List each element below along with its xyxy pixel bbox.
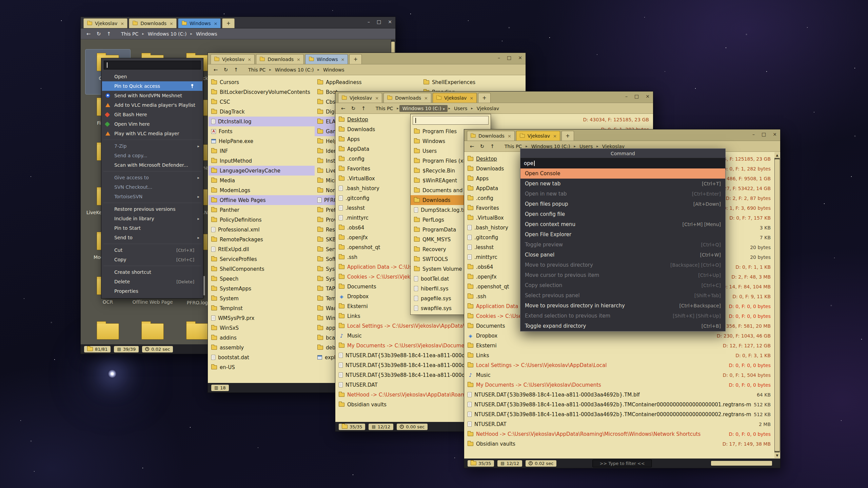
nav-refresh-button[interactable]: ↻ — [94, 30, 103, 38]
scroll-up-button[interactable]: ▲ — [774, 152, 780, 158]
nav-back-button[interactable]: ← — [84, 30, 93, 38]
dropdown-filter-input[interactable] — [413, 116, 489, 125]
menu-item-7-zip[interactable]: 7-Zip▸ — [102, 141, 202, 151]
palette-item-close-panel[interactable]: Close panel[Ctrl+W] — [520, 250, 725, 260]
file-row-local-settings-c-users-vjekoslav-appdata[interactable]: Local Settings -> C:\Users\Vjekoslav\App… — [464, 360, 780, 370]
tab-downloads[interactable]: Downloads× — [383, 93, 431, 103]
file-row-shellcomponents[interactable]: ShellComponents — [209, 264, 315, 274]
palette-item-open-file-explorer[interactable]: Open File Explorer — [520, 229, 725, 240]
grid-item-prefetch[interactable]: Prefetch — [130, 318, 175, 344]
menu-item-copy[interactable]: Copy[Ctrl+C] — [102, 255, 202, 264]
breadcrumb-this-pc[interactable]: This PC — [245, 66, 269, 73]
file-row-ntuser-dat[interactable]: NTUSER.DAT2 MB — [464, 419, 780, 429]
tab-vjekoslav[interactable]: Vjekoslav× — [211, 54, 255, 64]
nav-refresh-button[interactable]: ↻ — [478, 142, 487, 150]
file-row-music[interactable]: ♪MusicD: 0, F: 1, 504 bytes — [464, 370, 780, 380]
file-row-remotepackages[interactable]: RemotePackages — [209, 235, 315, 244]
menu-item-include-in-library[interactable]: Include in library▸ — [102, 214, 202, 223]
tab-windows[interactable]: Windows× — [178, 18, 221, 28]
file-row-modemlogs[interactable]: ModemLogs — [209, 185, 315, 195]
scrollbar[interactable]: ▲ ▼ — [774, 152, 780, 458]
tab-windows[interactable]: Windows× — [305, 54, 348, 64]
breadcrumb-windows[interactable]: Windows — [193, 30, 220, 37]
nav-back-button[interactable]: ← — [339, 104, 348, 113]
nav-up-button[interactable]: ↑ — [488, 142, 497, 150]
file-row-dtcinstall-log[interactable]: DtcInstall.log — [209, 117, 315, 126]
menu-item-delete[interactable]: Delete[Delete] — [102, 277, 202, 286]
palette-item-open-context-menu[interactable]: Open context menu[Ctrl+M] [Menu] — [520, 219, 725, 229]
window-minimize-button[interactable]: – — [752, 131, 755, 137]
file-row-serviceprofiles[interactable]: ServiceProfiles — [209, 254, 315, 264]
file-row-languageoverlaycache[interactable]: LanguageOverlayCache — [209, 166, 315, 176]
file-row-offline-web-pages[interactable]: Offline Web Pages — [209, 195, 315, 205]
window-maximize-button[interactable]: □ — [377, 19, 381, 24]
file-row-helppane-exe[interactable]: HelpPane.exe — [209, 136, 315, 146]
breadcrumb-vjekoslav[interactable]: Vjekoslav — [474, 105, 502, 112]
palette-input[interactable]: ope — [520, 158, 725, 168]
breadcrumb-windows-10-c[interactable]: Windows 10 (C:)▾ — [399, 105, 448, 112]
breadcrumb-windows-10-c[interactable]: Windows 10 (C:) — [272, 66, 317, 73]
file-row-my-documents-c-users-vjekoslav-documents[interactable]: My Documents -> C:\Users\Vjekoslav\Docum… — [464, 380, 780, 390]
tab-close-button[interactable]: × — [170, 21, 173, 26]
file-row-systemapps[interactable]: SystemApps — [209, 284, 315, 293]
breadcrumb-this-pc[interactable]: This PC — [118, 30, 141, 37]
file-row-diagtrack[interactable]: DiagTrack — [209, 107, 315, 117]
tab-vjekoslav[interactable]: Vjekoslav× — [516, 131, 560, 141]
window-maximize-button[interactable]: □ — [762, 131, 766, 137]
palette-item-open-in-new-tab[interactable]: Open in new tab[Ctrl+Enter] — [520, 189, 725, 199]
new-tab-button[interactable]: + — [222, 18, 235, 28]
palette-item-toggle-preview[interactable]: Toggle preview[Ctrl+Q] — [520, 240, 725, 250]
window-maximize-button[interactable]: □ — [634, 94, 639, 99]
nav-back-button[interactable]: ← — [211, 66, 220, 74]
window-minimize-button[interactable]: – — [368, 19, 370, 24]
palette-item-move-to-previous-directory[interactable]: Move to previous directory[Backspace] [C… — [520, 260, 725, 270]
menu-item-create-shortcut[interactable]: Create shortcut — [102, 267, 202, 277]
file-row-eksterni[interactable]: EksterniD: 12, F: 127, 12 GB — [464, 341, 780, 350]
file-row-inputmethod[interactable]: InputMethod — [209, 156, 315, 166]
tab-vjekoslav[interactable]: Vjekoslav× — [338, 93, 382, 103]
filter-input[interactable]: >> Type to filter << — [592, 460, 652, 467]
menu-item-open-vim-here[interactable]: Open Vim here — [102, 119, 202, 129]
file-row-ntuser-dat-53b39e88-18c4-11ea-a811-000d3[interactable]: NTUSER.DAT{53b39e88-18c4-11ea-a811-000d3… — [464, 409, 780, 419]
palette-item-open-new-tab[interactable]: Open new tab[Ctrl+T] — [520, 179, 725, 189]
file-row-media[interactable]: Media — [209, 176, 315, 185]
tab-close-button[interactable]: × — [297, 57, 300, 62]
nav-refresh-button[interactable]: ↻ — [349, 104, 358, 113]
menu-item-svn-checkout[interactable]: SVN Checkout... — [102, 182, 202, 192]
file-row-obsidian-vaults[interactable]: Obsidian vaultsD: 17, F: 149, 38 MB — [464, 439, 780, 449]
tab-downloads[interactable]: Downloads× — [467, 131, 515, 141]
file-row-fonts[interactable]: AFonts — [209, 126, 315, 136]
tab-downloads[interactable]: Downloads× — [129, 18, 177, 28]
file-row-links[interactable]: LinksD: 0, F: 3, 1 KB — [464, 350, 780, 360]
window-minimize-button[interactable]: – — [498, 55, 500, 60]
palette-item-open-config-file[interactable]: Open config file — [520, 209, 725, 219]
scrollbar-thumb[interactable] — [775, 159, 780, 451]
file-row-tempinst[interactable]: TempInst — [209, 303, 315, 313]
file-row-assembly[interactable]: assembly — [209, 343, 315, 352]
menu-item-properties[interactable]: Properties — [102, 286, 202, 296]
palette-item-copy-selection[interactable]: Copy selection[Ctrl+C] — [520, 280, 725, 290]
palette-item-move-cursor-to-previous-item[interactable]: Move cursor to previous item[Ctrl+Up] — [520, 270, 725, 280]
menu-item-cut[interactable]: Cut[Ctrl+X] — [102, 245, 202, 255]
file-row-panther[interactable]: Panther — [209, 205, 315, 215]
menu-item-open[interactable]: Open — [102, 72, 202, 81]
palette-item-move-to-previous-directory-in-hierarchy[interactable]: Move to previous directory in hierarchy[… — [520, 301, 725, 311]
file-row-system[interactable]: System — [209, 293, 315, 303]
breadcrumb-windows-10-c[interactable]: Windows 10 (C:) — [145, 30, 190, 37]
tab-close-button[interactable]: × — [214, 21, 218, 26]
tab-close-button[interactable]: × — [424, 96, 428, 101]
tab-close-button[interactable]: × — [553, 134, 557, 139]
window-close-button[interactable]: × — [518, 55, 522, 60]
menu-item-tortoisesvn[interactable]: TortoiseSVN▸ — [102, 192, 202, 201]
palette-item-open-files-popup[interactable]: Open files popup[Alt+Down] — [520, 199, 725, 209]
file-row-policydefinitions[interactable]: PolicyDefinitions — [209, 215, 315, 225]
menu-item-play-with-vlc-media-player[interactable]: Play with VLC media player — [102, 129, 202, 138]
file-row-csc[interactable]: CSC — [209, 97, 315, 107]
new-tab-button[interactable]: + — [478, 93, 491, 103]
file-row-inf[interactable]: INF — [209, 146, 315, 156]
menu-item-send-to[interactable]: Send to▸ — [102, 233, 202, 242]
menu-item-pin-to-quick-access[interactable]: Pin to Quick access — [102, 81, 202, 91]
file-row-professional-xml[interactable]: Professional.xml — [209, 225, 315, 235]
file-row-ntuser-dat-53b39e88-18c4-11ea-a811-000d3[interactable]: NTUSER.DAT{53b39e88-18c4-11ea-a811-000d3… — [464, 390, 780, 400]
tab-close-button[interactable]: × — [341, 57, 345, 62]
